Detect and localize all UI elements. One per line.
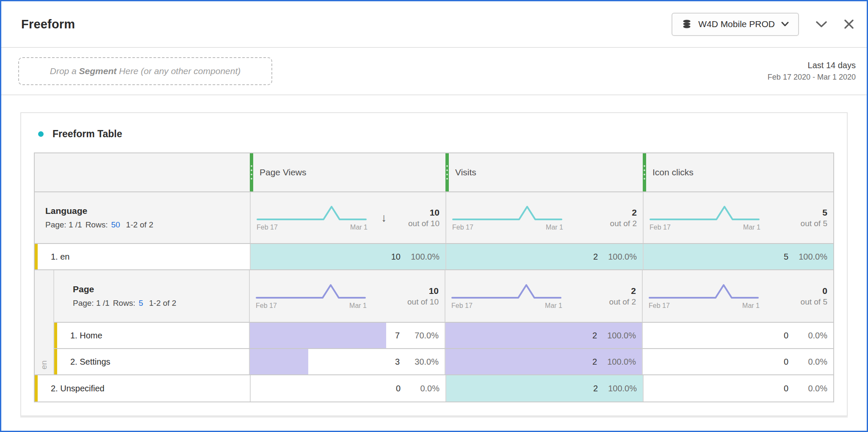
value-bar [250, 349, 308, 374]
row-range: 1-2 of 2 [126, 220, 153, 230]
row-label-settings[interactable]: 2. Settings [54, 349, 249, 374]
row-label-unspecified[interactable]: 2. Unspecified [35, 375, 250, 402]
metric-drag-handle-icon [250, 153, 253, 191]
rows-count-link[interactable]: 50 [111, 220, 120, 230]
page-count: Page: 1 /1 [73, 299, 110, 308]
close-icon [844, 19, 854, 29]
visualization-title: Freeform Table [53, 128, 122, 140]
freeform-panel-window: Freeform W4D Mobile PROD [0, 0, 868, 432]
freeform-table: Page Views Visits Icon clicks Language [34, 152, 834, 402]
cell-en-page-views[interactable]: 10 100.0% [250, 244, 445, 269]
cell-percent: 70.0% [400, 331, 439, 341]
spark-end-label: Mar 1 [545, 302, 562, 310]
cell-value: 10 [391, 252, 401, 262]
metric-total: 2 out of 2 [609, 286, 636, 307]
page-dimension-cell[interactable]: Page Page: 1 /1 Rows: 5 1-2 of 2 [54, 270, 249, 322]
cell-percent: 100.0% [597, 331, 636, 341]
metric-header-visits[interactable]: Visits [445, 153, 643, 191]
cell-unspecified-icon-clicks[interactable]: 0 0.0% [643, 375, 833, 402]
language-summary-row: Language Page: 1 /1 Rows: 50 1-2 of 2 [35, 191, 833, 243]
page-count: Page: 1 /1 [45, 220, 82, 230]
cell-percent: 100.0% [598, 384, 637, 393]
spark-end-label: Mar 1 [742, 302, 760, 310]
cell-settings-page-views[interactable]: 3 30.0% [249, 349, 445, 374]
cell-value: 2 [593, 384, 598, 393]
spark-start-label: Feb 17 [649, 302, 670, 310]
row-label-en[interactable]: 1. en [35, 244, 250, 269]
cell-percent: 0.0% [788, 384, 827, 393]
cell-value: 2 [592, 331, 597, 341]
breakdown-parent-label: en [39, 360, 49, 369]
spark-end-label: Mar 1 [743, 224, 760, 231]
breakdown-block-en: en Page Page: 1 /1 Rows: 5 1-2 [35, 269, 833, 374]
breakdown-rows: Page Page: 1 /1 Rows: 5 1-2 of 2 [54, 270, 833, 374]
cell-value: 2 [593, 252, 598, 262]
table-row-en: 1. en 10 100.0% 2 100.0% 5 100.0% [35, 243, 833, 269]
cell-unspecified-page-views[interactable]: 0 0.0% [250, 375, 445, 402]
panel-header: Freeform W4D Mobile PROD [1, 1, 867, 48]
cell-value: 0 [784, 357, 788, 367]
spark-start-label: Feb 17 [257, 224, 278, 231]
metric-total: 10 out of 10 [407, 286, 439, 307]
total-value: 10 [430, 208, 440, 218]
visualization-dot-icon [38, 131, 44, 137]
total-value: 2 [631, 286, 636, 296]
metric-total: 0 out of 5 [801, 286, 827, 307]
row-label-home[interactable]: 1. Home [54, 323, 249, 348]
date-range-display[interactable]: Last 14 days Feb 17 2020 - Mar 1 2020 [768, 59, 856, 83]
page-views-breakdown-summary-cell: Feb 17 Mar 1 10 out of 10 [249, 270, 445, 322]
cell-value: 3 [395, 357, 400, 367]
cell-value: 0 [784, 331, 788, 341]
total-out-of: out of 5 [801, 219, 827, 228]
metric-header-page-views[interactable]: Page Views [250, 153, 445, 191]
sparkline-visits: Feb 17 Mar 1 [452, 204, 563, 231]
cell-home-visits[interactable]: 2 100.0% [445, 323, 642, 348]
row-range: 1-2 of 2 [149, 299, 176, 308]
date-range-label: Last 14 days [768, 59, 856, 72]
spark-end-label: Mar 1 [350, 224, 368, 231]
cell-home-page-views[interactable]: 7 70.0% [249, 323, 445, 348]
report-suite-selector[interactable]: W4D Mobile PROD [672, 13, 799, 36]
cell-percent: 30.0% [400, 357, 439, 367]
language-dimension-cell[interactable]: Language Page: 1 /1 Rows: 50 1-2 of 2 [35, 192, 250, 243]
total-out-of: out of 10 [407, 297, 439, 307]
cell-percent: 100.0% [401, 252, 440, 262]
sort-descending-icon[interactable]: ↓ [381, 212, 387, 224]
cell-settings-icon-clicks[interactable]: 0 0.0% [642, 349, 833, 374]
segment-drop-zone[interactable]: Drop a Segment Here (or any other compon… [18, 57, 272, 85]
collapse-panel-button[interactable] [816, 21, 827, 28]
total-out-of: out of 2 [609, 297, 636, 307]
freeform-table-card: Freeform Table Page Views Visits [20, 112, 848, 416]
report-suite-label: W4D Mobile PROD [698, 19, 775, 29]
cell-en-icon-clicks[interactable]: 5 100.0% [643, 244, 833, 269]
cell-percent: 0.0% [788, 331, 827, 341]
metric-name: Page Views [260, 167, 307, 177]
sparkline-page-views: Feb 17 Mar 1 [257, 204, 368, 231]
table-row-home: 1. Home 7 70.0% 2 100.0% [54, 322, 833, 348]
cell-home-icon-clicks[interactable]: 0 0.0% [642, 323, 833, 348]
metric-name: Icon clicks [652, 167, 694, 177]
spark-start-label: Feb 17 [451, 302, 473, 310]
close-panel-button[interactable] [844, 19, 854, 29]
cell-value: 0 [784, 384, 788, 393]
cell-value: 0 [396, 384, 401, 393]
visits-breakdown-summary-cell: Feb 17 Mar 1 2 out of 2 [445, 270, 642, 322]
cell-settings-visits[interactable]: 2 100.0% [445, 349, 642, 374]
metric-header-icon-clicks[interactable]: Icon clicks [643, 153, 833, 191]
page-views-summary-cell: Feb 17 Mar 1 ↓ 10 out of 10 [250, 192, 445, 243]
dimension-name: Language [45, 206, 250, 216]
spark-end-label: Mar 1 [349, 302, 367, 310]
pagination-info: Page: 1 /1 Rows: 5 1-2 of 2 [73, 299, 249, 308]
metric-drag-handle-icon [445, 153, 449, 191]
cell-percent: 100.0% [598, 252, 637, 262]
icon-clicks-breakdown-summary-cell: Feb 17 Mar 1 0 out of 5 [642, 270, 833, 322]
panel-body: Freeform Table Page Views Visits [1, 95, 867, 429]
cell-en-visits[interactable]: 2 100.0% [445, 244, 643, 269]
sparkline-icon-clicks: Feb 17 Mar 1 [649, 282, 760, 310]
total-out-of: out of 10 [408, 219, 440, 228]
cell-unspecified-visits[interactable]: 2 100.0% [445, 375, 643, 402]
total-value: 0 [822, 286, 827, 296]
rows-label: Rows: [113, 299, 135, 308]
dimension-name: Page [73, 284, 249, 294]
rows-count-link[interactable]: 5 [138, 299, 143, 308]
